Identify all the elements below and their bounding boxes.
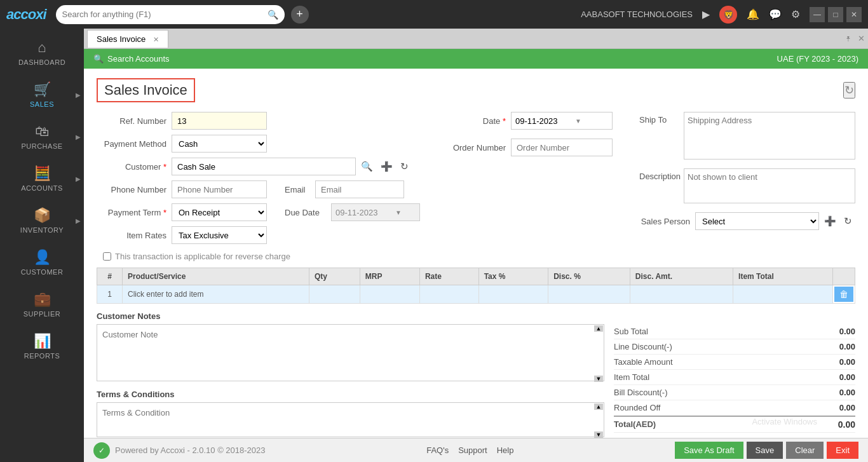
save-button[interactable]: Save — [747, 442, 783, 459]
sales-person-select[interactable]: Select — [695, 212, 819, 230]
grand-total-value: 0.00 — [838, 419, 855, 430]
search-icon: 🔍 — [268, 10, 278, 20]
sidebar-item-sales[interactable]: 🛒 SALES ▶ — [0, 74, 84, 116]
line-discount-value: 0.00 — [839, 342, 855, 351]
footer-links: FAQ's Support Help — [426, 445, 513, 455]
purchase-arrow-icon: ▶ — [76, 133, 81, 140]
ship-to-textarea[interactable] — [684, 112, 855, 160]
sub-total-value: 0.00 — [839, 327, 855, 336]
footer-logo: ✓ — [93, 442, 110, 459]
sidebar-item-accounts[interactable]: 🧮 ACCOUNTS ▶ — [0, 158, 84, 200]
due-date-caret-icon: ▼ — [395, 209, 402, 216]
item-total-label: Item Total — [614, 372, 649, 382]
terms-scroll-btn[interactable]: ▲ — [594, 404, 603, 410]
ref-label: Ref. Number — [97, 116, 166, 126]
customer-icon: 👤 — [34, 249, 51, 266]
row-mrp[interactable] — [360, 285, 419, 304]
exit-button[interactable]: Exit — [827, 442, 858, 459]
sales-person-label: Sales Person — [639, 217, 690, 226]
invoice-table: # Product/Service Qty MRP Rate Tax % Dis… — [97, 268, 855, 304]
payment-method-label: Payment Method — [97, 139, 166, 149]
reverse-charge-row: This transaction is applicable for rever… — [103, 252, 855, 261]
date-caret-icon: ▼ — [575, 118, 581, 125]
row-product[interactable]: Click enter to add item — [123, 285, 309, 304]
powered-by-label: Powered by Accoxi - 2.0.10 © 2018-2023 — [115, 445, 266, 455]
description-label: Description — [639, 168, 684, 181]
help-link[interactable]: Help — [497, 445, 514, 455]
payment-term-row: Payment Term On Receipt Net 30 Net 60 Du… — [97, 203, 436, 221]
search-input[interactable] — [62, 10, 268, 19]
sidebar-item-inventory[interactable]: 📦 INVENTORY ▶ — [0, 200, 84, 241]
item-rates-select[interactable]: Tax Exclusive Tax Inclusive — [172, 226, 267, 244]
add-button[interactable]: + — [291, 6, 309, 24]
customer-input[interactable] — [172, 158, 356, 175]
salesperson-refresh-icon[interactable]: ↻ — [841, 214, 855, 228]
email-input[interactable] — [315, 180, 404, 198]
terms-textarea[interactable] — [97, 402, 604, 437]
col-item-total: Item Total — [733, 268, 833, 285]
row-disc-amt[interactable] — [630, 285, 733, 304]
tab-label: Sales Invoice — [97, 34, 146, 44]
save-as-draft-button[interactable]: Save As Draft — [675, 442, 743, 459]
form-inner: Sales Invoice ↻ Ref. Number Paym — [84, 69, 868, 438]
chat-icon[interactable]: 💬 — [769, 8, 782, 20]
date-input[interactable] — [515, 116, 573, 126]
customer-notes-textarea[interactable] — [97, 324, 604, 381]
row-rate[interactable] — [419, 285, 478, 304]
ref-number-input[interactable] — [172, 112, 267, 130]
terms-scroll-down-btn[interactable]: ▼ — [594, 431, 603, 438]
restore-button[interactable]: □ — [828, 7, 843, 22]
salesperson-add-icon[interactable]: ➕ — [822, 214, 839, 228]
row-item-total[interactable] — [733, 285, 833, 304]
search-bar: 🔍 — [56, 5, 285, 24]
clear-button[interactable]: Clear — [786, 442, 824, 459]
minimize-button[interactable]: — — [810, 7, 825, 22]
notes-wrap: ▲ ▼ — [97, 324, 604, 383]
customer-refresh-icon[interactable]: ↻ — [398, 160, 411, 173]
col-action — [833, 268, 855, 285]
sidebar-label-purchase: PURCHASE — [21, 142, 62, 150]
row-disc-pct[interactable] — [548, 285, 630, 304]
payment-term-select[interactable]: On Receipt Net 30 Net 60 — [172, 203, 267, 221]
tab-pin-icon[interactable]: 🖈 — [842, 32, 855, 46]
sidebar-item-dashboard[interactable]: ⌂ DASHBOARD — [0, 32, 84, 74]
arrow-icon: ▶ — [702, 8, 710, 20]
footer: ✓ Powered by Accoxi - 2.0.10 © 2018-2023… — [84, 438, 868, 462]
phone-label: Phone Number — [97, 185, 166, 194]
ref-number-row: Ref. Number — [97, 112, 436, 130]
phone-input[interactable] — [172, 180, 267, 198]
footer-buttons: Save As Draft Save Clear Exit — [675, 442, 858, 459]
customer-search-icon[interactable]: 🔍 — [358, 160, 376, 173]
refresh-button[interactable]: ↻ — [843, 82, 855, 99]
delete-row-button[interactable]: 🗑 — [834, 287, 853, 302]
bell-icon[interactable]: 🔔 — [747, 8, 759, 20]
sidebar-item-supplier[interactable]: 💼 SUPPLIER — [0, 283, 84, 325]
sidebar-item-reports[interactable]: 📊 REPORTS — [0, 325, 84, 367]
description-textarea[interactable] — [684, 168, 855, 203]
sidebar-label-customer: CUSTOMER — [21, 268, 64, 276]
customer-add-icon[interactable]: ➕ — [378, 160, 395, 173]
sales-invoice-tab[interactable]: Sales Invoice ✕ — [87, 30, 168, 48]
purchase-icon: 🛍 — [35, 123, 49, 140]
settings-icon[interactable]: ⚙ — [791, 8, 800, 20]
support-link[interactable]: Support — [458, 445, 487, 455]
order-number-input[interactable] — [511, 139, 613, 156]
form-title: Sales Invoice — [97, 78, 195, 102]
col-qty: Qty — [309, 268, 360, 285]
close-button[interactable]: ✕ — [846, 7, 862, 22]
tab-close-icon[interactable]: ✕ — [153, 36, 159, 43]
payment-method-select[interactable]: Cash Credit Card Bank Transfer — [172, 135, 267, 153]
sidebar-item-purchase[interactable]: 🛍 PURCHASE ▶ — [0, 116, 84, 158]
row-tax[interactable] — [478, 285, 548, 304]
reverse-charge-checkbox[interactable] — [103, 252, 111, 261]
customer-input-group: 🔍 ➕ ↻ — [172, 158, 411, 175]
tab-close-main-icon[interactable]: ✕ — [858, 34, 865, 43]
sidebar-item-customer[interactable]: 👤 CUSTOMER — [0, 241, 84, 283]
faq-link[interactable]: FAQ's — [426, 445, 449, 455]
left-fields: Ref. Number Payment Method Cash Credit C… — [97, 112, 436, 249]
search-accounts-btn[interactable]: 🔍 Search Accounts — [93, 54, 170, 64]
notes-scroll-btn[interactable]: ▲ — [594, 325, 603, 332]
bottom-section: Customer Notes ▲ ▼ Terms & Conditions ▲ … — [97, 311, 855, 438]
notes-scroll-down-btn[interactable]: ▼ — [594, 376, 603, 382]
row-qty[interactable] — [309, 285, 360, 304]
